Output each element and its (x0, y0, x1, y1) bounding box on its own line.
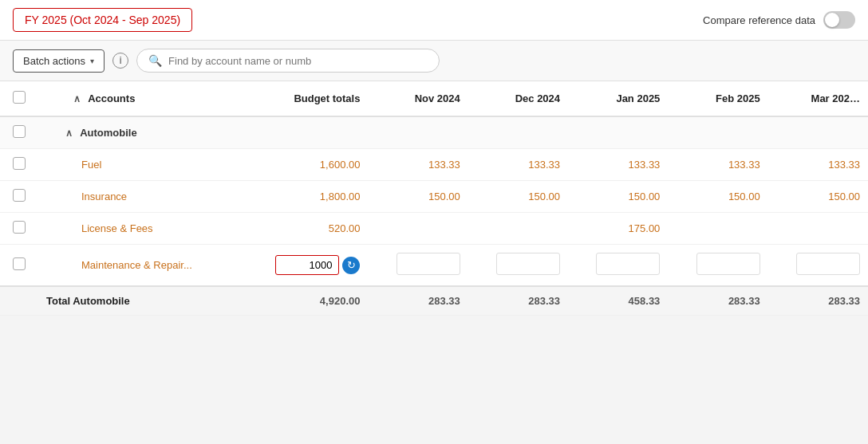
row-jan: 150.00 (568, 181, 668, 213)
row-nov: 150.00 (368, 181, 468, 213)
empty-input (397, 253, 460, 275)
row-jan (568, 245, 668, 287)
group-dec (468, 116, 568, 149)
empty-input-mar (796, 253, 860, 275)
row-account-name[interactable]: Maintenance & Repair... (34, 245, 243, 287)
row-checkbox[interactable] (13, 257, 26, 270)
row-dec (468, 245, 568, 287)
budget-table: ∧ Accounts Budget totals Nov 2024 Dec 20… (0, 81, 868, 316)
row-checkbox[interactable] (13, 157, 26, 170)
row-dec: 150.00 (468, 181, 568, 213)
chevron-down-icon: ▾ (90, 57, 94, 65)
row-budget: 1,600.00 (243, 149, 369, 181)
top-bar: FY 2025 (Oct 2024 - Sep 2025) Compare re… (0, 0, 868, 41)
header-accounts: ∧ Accounts (34, 81, 243, 116)
total-checkbox-cell (0, 286, 34, 316)
group-header-row: ∧ Automobile (0, 116, 868, 149)
table-row: Maintenance & Repair... ↻ (0, 245, 868, 287)
group-checkbox-cell (0, 116, 34, 149)
total-budget: 4,920.00 (243, 286, 369, 316)
group-budget (243, 116, 369, 149)
row-budget: 520.00 (243, 213, 369, 245)
row-checkbox-cell (0, 245, 34, 287)
total-dec: 283.33 (468, 286, 568, 316)
header-mar2025: Mar 202… (768, 81, 868, 116)
row-account-name[interactable]: Fuel (34, 149, 243, 181)
compare-section: Compare reference data (703, 11, 855, 29)
row-dec: 133.33 (468, 149, 568, 181)
header-dec2024: Dec 2024 (468, 81, 568, 116)
row-account-name[interactable]: Insurance (34, 181, 243, 213)
header-jan2025: Jan 2025 (568, 81, 668, 116)
table-row: Fuel 1,600.00 133.33 133.33 133.33 133.3… (0, 149, 868, 181)
group-arrow-icon: ∧ (65, 128, 73, 139)
total-nov: 283.33 (368, 286, 468, 316)
table-container: ∧ Accounts Budget totals Nov 2024 Dec 20… (0, 81, 868, 316)
row-mar: 150.00 (768, 181, 868, 213)
search-input[interactable] (168, 55, 428, 67)
row-checkbox-cell (0, 213, 34, 245)
row-checkbox-cell (0, 181, 34, 213)
row-jan: 133.33 (568, 149, 668, 181)
total-jan: 458.33 (568, 286, 668, 316)
toolbar: Batch actions ▾ i 🔍 (0, 41, 868, 81)
empty-input-dec (496, 253, 560, 275)
editing-budget-cell[interactable]: ↻ (243, 245, 369, 287)
compare-toggle[interactable] (823, 11, 855, 29)
group-nov (368, 116, 468, 149)
row-dec (468, 213, 568, 245)
group-mar (768, 116, 868, 149)
accounts-arrow-icon: ∧ (73, 93, 81, 104)
row-feb (668, 213, 767, 245)
row-budget: 1,800.00 (243, 181, 369, 213)
row-feb (668, 245, 767, 287)
total-label: Total Automobile (34, 286, 243, 316)
total-row: Total Automobile 4,920.00 283.33 283.33 … (0, 286, 868, 316)
batch-actions-label: Batch actions (23, 55, 85, 67)
budget-edit-input[interactable] (275, 255, 339, 275)
row-nov (368, 213, 468, 245)
empty-input-jan (596, 253, 660, 275)
table-row: Insurance 1,800.00 150.00 150.00 150.00 … (0, 181, 868, 213)
header-budget-totals: Budget totals (243, 81, 369, 116)
group-name: ∧ Automobile (34, 116, 243, 149)
row-checkbox-cell (0, 149, 34, 181)
row-nov (368, 245, 468, 287)
row-feb: 133.33 (668, 149, 767, 181)
total-mar: 283.33 (768, 286, 868, 316)
refresh-icon[interactable]: ↻ (342, 257, 360, 274)
empty-input-feb (696, 253, 760, 275)
group-checkbox[interactable] (13, 125, 26, 138)
row-mar (768, 213, 868, 245)
compare-label: Compare reference data (703, 14, 815, 26)
search-icon: 🔍 (148, 54, 162, 67)
row-mar: 133.33 (768, 149, 868, 181)
row-feb: 150.00 (668, 181, 767, 213)
row-checkbox[interactable] (13, 189, 26, 202)
row-jan: 175.00 (568, 213, 668, 245)
fiscal-year-badge[interactable]: FY 2025 (Oct 2024 - Sep 2025) (13, 8, 192, 32)
row-mar (768, 245, 868, 287)
search-box: 🔍 (136, 49, 440, 73)
info-icon[interactable]: i (112, 53, 128, 69)
select-all-checkbox[interactable] (13, 91, 26, 104)
group-jan (568, 116, 668, 149)
header-checkbox-cell (0, 81, 34, 116)
table-header-row: ∧ Accounts Budget totals Nov 2024 Dec 20… (0, 81, 868, 116)
row-checkbox[interactable] (13, 221, 26, 234)
group-feb (668, 116, 767, 149)
header-feb2025: Feb 2025 (668, 81, 767, 116)
row-account-name[interactable]: License & Fees (34, 213, 243, 245)
table-row: License & Fees 520.00 175.00 (0, 213, 868, 245)
batch-actions-button[interactable]: Batch actions ▾ (13, 49, 105, 73)
row-nov: 133.33 (368, 149, 468, 181)
total-feb: 283.33 (668, 286, 767, 316)
header-nov2024: Nov 2024 (368, 81, 468, 116)
